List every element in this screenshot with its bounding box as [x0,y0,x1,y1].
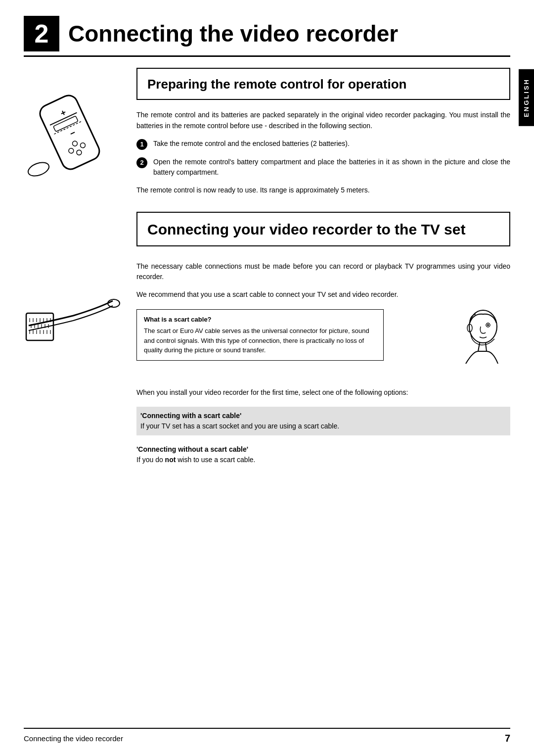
options-section: 'Connecting with a scart cable' If your … [136,407,510,469]
option-with-scart: 'Connecting with a scart cable' If your … [136,407,510,435]
svg-text:−: − [68,128,77,139]
svg-point-7 [72,140,78,146]
svg-point-9 [76,149,82,156]
svg-point-35 [487,324,489,326]
svg-text:+: + [59,107,68,119]
scart-infobox-text: The scart or Euro AV cable serves as the… [144,326,376,355]
scart-infobox-title: What is a scart cable? [144,315,376,325]
scart-cable-illustration [24,276,123,355]
svg-point-32 [108,299,120,307]
person-illustration [446,309,510,380]
scart-infobox: What is a scart cable? The scart or Euro… [136,309,384,361]
page-title: Connecting the video recorder [68,20,398,47]
language-side-tab: ENGLISH [519,69,534,126]
left-column-section2 [24,261,123,470]
section2-title: Connecting your video recorder to the TV… [147,221,499,238]
scart-info-area: What is a scart cable? The scart or Euro… [136,309,510,380]
svg-line-2 [54,122,81,134]
page-header: 2 Connecting the video recorder [0,0,534,51]
step-number-1: 1 [136,139,147,150]
option-with-scart-text: If your TV set has a scart socket and yo… [140,421,506,431]
options-intro: When you install your video recorder for… [136,387,510,398]
chapter-number: 2 [24,16,59,51]
section2-title-box: Connecting your video recorder to the TV… [136,212,510,246]
right-column-section2: The necessary cable connections must be … [136,261,510,470]
option-without-scart-text: If you do not wish to use a scart cable. [136,455,510,465]
section1-title: Preparing the remote control for operati… [147,77,499,92]
step-text-2: Open the remote control's battery compar… [153,157,510,178]
svg-point-10 [26,160,51,179]
remote-control-illustration: + − [24,78,118,191]
section2-intro2: We recommend that you use a scart cable … [136,289,510,300]
footer-left: Connecting the video recorder [24,734,123,743]
svg-point-6 [68,147,74,154]
option-with-scart-title: 'Connecting with a scart cable' [140,411,506,421]
step-text-1: Take the remote control and the enclosed… [153,139,350,149]
step-list: 1 Take the remote control and the enclos… [136,139,510,178]
section2-intro1: The necessary cable connections must be … [136,261,510,283]
section1-ready-text: The remote control is now ready to use. … [136,185,510,196]
step-item-1: 1 Take the remote control and the enclos… [136,139,510,150]
footer-page-number: 7 [505,733,510,744]
section1-intro: The remote control and its batteries are… [136,110,510,131]
svg-point-8 [80,142,86,148]
right-column-section1: Preparing the remote control for operati… [136,68,510,203]
option-without-scart: 'Connecting without a scart cable' If yo… [136,440,510,469]
section1-title-box: Preparing the remote control for operati… [136,68,510,100]
scart-infobox-wrapper: What is a scart cable? The scart or Euro… [136,309,446,361]
option-without-scart-title: 'Connecting without a scart cable' [136,444,510,455]
step-number-2: 2 [136,157,147,168]
svg-rect-11 [26,313,53,340]
step-item-2: 2 Open the remote control's battery comp… [136,157,510,178]
left-column-section1: + − [24,68,123,203]
